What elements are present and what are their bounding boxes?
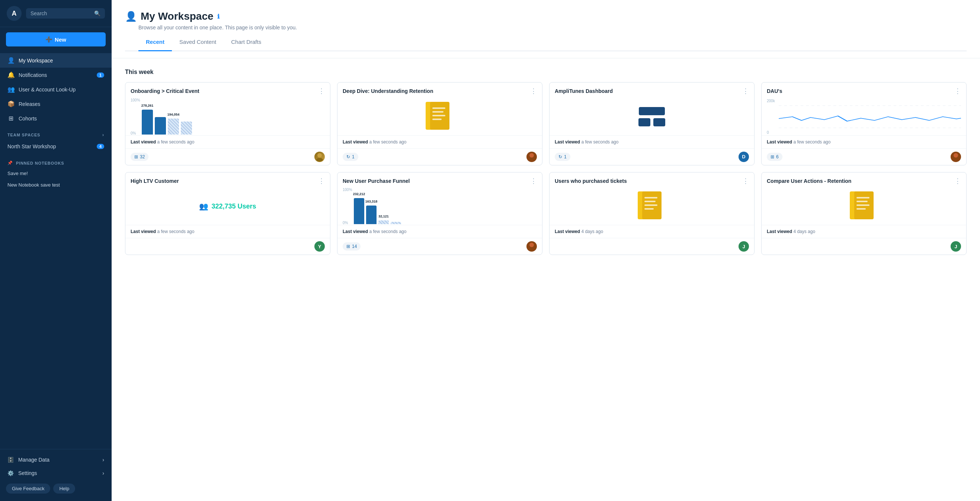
stat-count-deep-dive: 1	[352, 154, 355, 159]
card-deep-dive[interactable]: Deep Dive: Understanding Retention ⋮ Las…	[337, 82, 542, 165]
avatar-amplitunes: D	[738, 152, 749, 162]
card-menu-new-user-funnel[interactable]: ⋮	[530, 178, 537, 184]
pinned-item-new-notebook[interactable]: New Notebook save test	[0, 179, 111, 191]
sidebar-item-notifications[interactable]: 🔔 Notifications 1	[0, 68, 111, 82]
card-compare-actions[interactable]: Compare User Actions - Retention ⋮ Last …	[761, 172, 967, 255]
search-label: Search	[30, 10, 47, 16]
people-icon: 👥	[8, 86, 14, 93]
last-viewed-time-compare: 4 days ago	[793, 229, 815, 234]
pinned-label: PINNED NOTEBOOKS	[16, 161, 64, 165]
nav-label-user-account: User & Account Look-Up	[19, 87, 76, 92]
pin-icon: 📌	[8, 160, 13, 165]
tab-recent[interactable]: Recent	[138, 33, 172, 51]
card-stats-funnel: ⊞ 14	[337, 238, 542, 255]
card-onboarding[interactable]: Onboarding > Critical Event ⋮ 100% 0% 27…	[125, 82, 330, 165]
sidebar-item-north-star[interactable]: North Star Workshop 4	[0, 140, 111, 153]
card-menu-high-ltv[interactable]: ⋮	[318, 178, 325, 184]
stat-count-onboarding: 32	[140, 154, 145, 159]
last-viewed-label-compare: Last viewed	[767, 229, 792, 234]
page-title-text: My Workspace	[141, 10, 213, 22]
info-icon[interactable]: ℹ	[217, 13, 220, 20]
sidebar-item-user-account[interactable]: 👥 User & Account Look-Up	[0, 82, 111, 97]
card-new-user-funnel[interactable]: New User Purchase Funnel ⋮ 100% 0% 232,2…	[337, 172, 542, 255]
search-bar[interactable]: Search 🔍	[26, 8, 105, 19]
tab-chart-drafts[interactable]: Chart Drafts	[224, 33, 269, 51]
new-label: New	[55, 36, 66, 43]
nav-label-my-workspace: My Workspace	[19, 58, 53, 63]
last-viewed-time-tickets: 4 days ago	[581, 229, 603, 234]
last-viewed-label-daus: Last viewed	[767, 140, 792, 144]
pinned-notebooks-header: 📌 PINNED NOTEBOOKS	[0, 157, 111, 168]
box-icon: 📦	[8, 100, 14, 108]
pinned-item-save-me[interactable]: Save me!	[0, 168, 111, 179]
chart-high-ltv: 👥 322,735 Users	[126, 188, 330, 225]
stat-badge-amplitunes: ↻ 1	[555, 153, 570, 161]
team-spaces-header: TEAM SPACES ›	[0, 127, 111, 140]
svg-point-13	[953, 158, 959, 162]
svg-point-15	[528, 247, 535, 251]
card-menu-deep-dive[interactable]: ⋮	[530, 88, 537, 94]
card-title-daus: DAU's	[767, 88, 782, 95]
bell-icon: 🔔	[8, 71, 14, 78]
chart-amplitunes	[549, 98, 754, 135]
sidebar-item-cohorts[interactable]: ⊞ Cohorts	[0, 111, 111, 125]
card-stats-daus: ⊞ 6	[762, 148, 966, 165]
nav-label-cohorts: Cohorts	[19, 116, 37, 122]
tab-saved-content[interactable]: Saved Content	[172, 33, 224, 51]
sidebar-item-settings[interactable]: ⚙️ Settings ›	[0, 466, 111, 480]
card-high-ltv[interactable]: High LTV Customer ⋮ 👥 322,735 Users Last…	[125, 172, 330, 255]
card-users-tickets[interactable]: Users who purchased tickets ⋮ Last viewe…	[549, 172, 754, 255]
svg-rect-24	[856, 197, 870, 198]
team-badge: 4	[97, 144, 104, 149]
card-title-compare-actions: Compare User Actions - Retention	[767, 178, 851, 185]
svg-point-12	[954, 153, 958, 158]
svg-rect-7	[432, 119, 442, 120]
sidebar-item-releases[interactable]: 📦 Releases	[0, 97, 111, 111]
avatar-funnel	[527, 241, 537, 252]
card-menu-compare-actions[interactable]: ⋮	[955, 178, 961, 184]
help-button[interactable]: Help	[53, 484, 75, 493]
card-stats-onboarding: ⊞ 32	[126, 148, 330, 165]
svg-rect-5	[432, 111, 444, 113]
card-title-onboarding: Onboarding > Critical Event	[130, 88, 199, 95]
avatar-deep-dive	[527, 152, 537, 162]
svg-rect-25	[856, 201, 868, 202]
plus-icon: ➕	[45, 36, 52, 43]
manage-data-label: Manage Data	[18, 457, 49, 463]
card-title-new-user-funnel: New User Purchase Funnel	[343, 178, 410, 185]
svg-rect-19	[644, 201, 655, 202]
sidebar-item-manage-data[interactable]: 🗄️ Manage Data ›	[0, 453, 111, 466]
sidebar-header: A Search 🔍	[0, 0, 111, 27]
last-viewed-time-funnel: a few seconds ago	[369, 229, 406, 234]
avatar-onboarding	[314, 152, 325, 162]
search-icon: 🔍	[94, 10, 100, 16]
card-menu-amplitunes[interactable]: ⋮	[742, 88, 749, 94]
chart-users-tickets	[549, 188, 754, 225]
last-viewed-time-amplitunes: a few seconds ago	[581, 140, 618, 144]
svg-point-1	[316, 158, 323, 162]
last-viewed-time-daus: a few seconds ago	[793, 140, 830, 144]
svg-rect-21	[644, 208, 654, 209]
card-menu-daus[interactable]: ⋮	[955, 88, 961, 94]
feedback-button[interactable]: Give Feedback	[6, 484, 50, 493]
table-icon: ⊞	[134, 154, 138, 159]
logo: A	[7, 6, 22, 21]
card-menu-onboarding[interactable]: ⋮	[318, 88, 325, 94]
svg-point-14	[530, 243, 534, 247]
new-button[interactable]: ➕ New	[6, 32, 106, 46]
chevron-right-icon[interactable]: ›	[102, 132, 104, 138]
card-daus[interactable]: DAU's ⋮ 200k 0 Last viewed a few seconds…	[761, 82, 967, 165]
sidebar-item-my-workspace[interactable]: 👤 My Workspace	[0, 53, 111, 68]
sync-icon-deep-dive: ↻	[346, 154, 350, 159]
person-icon: 👤	[8, 57, 14, 64]
card-menu-users-tickets[interactable]: ⋮	[742, 178, 749, 184]
users-icon: 👥	[199, 202, 208, 211]
svg-point-9	[528, 158, 535, 162]
table-icon-daus: ⊞	[770, 154, 774, 159]
card-stats-amplitunes: ↻ 1 D	[549, 148, 754, 165]
card-stats-compare: J	[762, 238, 966, 255]
main-header: 👤 My Workspace ℹ Browse all your content…	[111, 0, 980, 59]
settings-label: Settings	[18, 470, 37, 476]
card-amplitunes[interactable]: AmpliTunes Dashboard ⋮ Last viewed a few…	[549, 82, 754, 165]
chevron-right-settings-icon: ›	[102, 470, 104, 476]
